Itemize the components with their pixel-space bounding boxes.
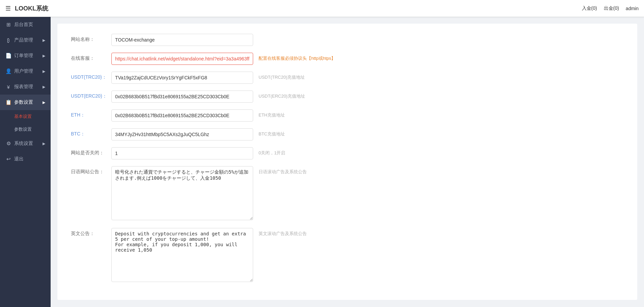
site-name-input-wrap xyxy=(111,34,253,46)
order-arrow-icon: ▶ xyxy=(43,54,45,58)
sidebar-item-dashboard[interactable]: ⊞ 后台首页 xyxy=(0,17,51,32)
usdt-erc20-label: USDT(ERC20)： xyxy=(71,91,111,99)
site-name-input[interactable] xyxy=(111,34,253,46)
layout: ⊞ 后台首页 ₿ 产品管理 ▶ 📄 订单管理 ▶ 👤 用户管理 ▶ ¥ 报表管理… xyxy=(0,17,644,307)
site-name-hint xyxy=(253,34,259,36)
en-notice-label: 英文公告： xyxy=(71,228,111,237)
usdt-trc20-label: USDT(TRC20)： xyxy=(71,72,111,80)
en-notice-textarea[interactable]: Deposit with cryptocurrencies and get an… xyxy=(111,228,253,282)
sidebar-item-logout-label: 退出 xyxy=(14,156,24,162)
sidebar-item-params[interactable]: 📋 参数设置 ▶ xyxy=(0,95,51,110)
btc-label: BTC： xyxy=(71,128,111,137)
dashboard-icon: ⊞ xyxy=(5,22,11,28)
order-icon: 📄 xyxy=(5,53,11,59)
form-row-eth: ETH： ETH充值地址 xyxy=(71,109,624,122)
site-name-label: 网站名称： xyxy=(71,34,111,43)
product-icon: ₿ xyxy=(5,37,11,43)
sidebar: ⊞ 后台首页 ₿ 产品管理 ▶ 📄 订单管理 ▶ 👤 用户管理 ▶ ¥ 报表管理… xyxy=(0,17,51,307)
sidebar-item-order-label: 订单管理 xyxy=(14,53,33,59)
sidebar-item-user[interactable]: 👤 用户管理 ▶ xyxy=(0,63,51,79)
system-icon: ⚙ xyxy=(5,140,11,147)
eth-label: ETH： xyxy=(71,109,111,118)
eth-input[interactable] xyxy=(111,109,253,122)
usdt-trc20-input-wrap xyxy=(111,72,253,84)
online-service-input[interactable] xyxy=(111,53,253,65)
site-closed-input[interactable] xyxy=(111,147,253,159)
sidebar-item-product-label: 产品管理 xyxy=(14,37,33,43)
usdt-trc20-input[interactable] xyxy=(111,72,253,84)
sidebar-item-system-label: 系统设置 xyxy=(14,140,33,147)
usdt-erc20-input-wrap xyxy=(111,91,253,103)
report-arrow-icon: ▶ xyxy=(43,85,45,89)
params-arrow-icon: ▶ xyxy=(43,100,45,105)
en-notice-input-wrap: Deposit with cryptocurrencies and get an… xyxy=(111,228,253,283)
form-row-en-notice: 英文公告： Deposit with cryptocurrencies and … xyxy=(71,228,624,283)
main-content: 网站名称： 在线客服： 配置在线客服必须协议头【http或htps】 USDT(… xyxy=(51,17,644,307)
sidebar-item-product[interactable]: ₿ 产品管理 ▶ xyxy=(0,32,51,48)
jp-notice-label: 日语网站公告： xyxy=(71,166,111,175)
admin-label[interactable]: admin xyxy=(626,6,639,11)
online-service-input-wrap xyxy=(111,53,253,65)
user-arrow-icon: ▶ xyxy=(43,69,45,74)
deposit-button[interactable]: 入金(0) xyxy=(582,5,597,11)
report-icon: ¥ xyxy=(5,84,11,90)
form-row-btc: BTC： BTC充值地址 xyxy=(71,128,624,140)
btc-input-wrap xyxy=(111,128,253,140)
sidebar-item-system[interactable]: ⚙ 系统设置 ▶ xyxy=(0,136,51,151)
usdt-trc20-hint: USDT(TRC20)充值地址 xyxy=(253,72,305,80)
form-row-site-closed: 网站是否关闭： 0关闭，1开启 xyxy=(71,147,624,159)
sidebar-item-order[interactable]: 📄 订单管理 ▶ xyxy=(0,48,51,63)
logo: LOOKL系统 xyxy=(15,4,48,12)
form-row-usdt-erc20: USDT(ERC20)： USDT(ERC20)充值地址 xyxy=(71,91,624,103)
jp-notice-hint: 日语滚动广告及系统公告 xyxy=(253,166,307,175)
header-left: ☰ LOOKL系统 xyxy=(5,4,48,12)
header-right: 入金(0) 出金(0) admin xyxy=(582,5,639,11)
sidebar-item-user-label: 用户管理 xyxy=(14,68,33,74)
usdt-erc20-input[interactable] xyxy=(111,91,253,103)
sidebar-item-report-label: 报表管理 xyxy=(14,84,33,90)
logout-icon: ↩ xyxy=(5,156,11,162)
sidebar-item-report[interactable]: ¥ 报表管理 ▶ xyxy=(0,79,51,95)
sidebar-item-params-label: 参数设置 xyxy=(14,99,33,105)
product-arrow-icon: ▶ xyxy=(43,38,45,43)
params-icon: 📋 xyxy=(5,99,11,105)
user-icon: 👤 xyxy=(5,68,11,74)
menu-icon[interactable]: ☰ xyxy=(5,5,11,12)
usdt-erc20-hint: USDT(ERC20)充值地址 xyxy=(253,91,305,99)
content-card: 网站名称： 在线客服： 配置在线客服必须协议头【http或htps】 USDT(… xyxy=(57,24,637,300)
btc-input[interactable] xyxy=(111,128,253,140)
sidebar-item-logout[interactable]: ↩ 退出 xyxy=(0,151,51,167)
eth-hint: ETH充值地址 xyxy=(253,109,285,118)
withdraw-button[interactable]: 出金(0) xyxy=(604,5,619,11)
sidebar-sub-params[interactable]: 参数设置 xyxy=(0,123,51,136)
site-closed-hint: 0关闭，1开启 xyxy=(253,147,285,156)
sidebar-sub-basic[interactable]: 基本设置 xyxy=(0,110,51,123)
btc-hint: BTC充值地址 xyxy=(253,128,285,137)
form-row-online-service: 在线客服： 配置在线客服必须协议头【http或htps】 xyxy=(71,53,624,65)
en-notice-hint: 英文滚动广告及系统公告 xyxy=(253,228,307,237)
online-service-hint: 配置在线客服必须协议头【http或htps】 xyxy=(253,53,336,61)
jp-notice-textarea[interactable]: 暗号化された通貨でチャージすると、チャージ金額の5%が追加されます.例えば100… xyxy=(111,166,253,220)
jp-notice-input-wrap: 暗号化された通貨でチャージすると、チャージ金額の5%が追加されます.例えば100… xyxy=(111,166,253,221)
form-row-site-name: 网站名称： xyxy=(71,34,624,46)
online-service-label: 在线客服： xyxy=(71,53,111,61)
site-closed-input-wrap xyxy=(111,147,253,159)
eth-input-wrap xyxy=(111,109,253,122)
header: ☰ LOOKL系统 入金(0) 出金(0) admin xyxy=(0,0,644,17)
system-arrow-icon: ▶ xyxy=(43,142,45,146)
sidebar-item-dashboard-label: 后台首页 xyxy=(14,22,33,28)
form-row-jp-notice: 日语网站公告： 暗号化された通貨でチャージすると、チャージ金額の5%が追加されま… xyxy=(71,166,624,221)
form-row-usdt-trc20: USDT(TRC20)： USDT(TRC20)充值地址 xyxy=(71,72,624,84)
site-closed-label: 网站是否关闭： xyxy=(71,147,111,156)
